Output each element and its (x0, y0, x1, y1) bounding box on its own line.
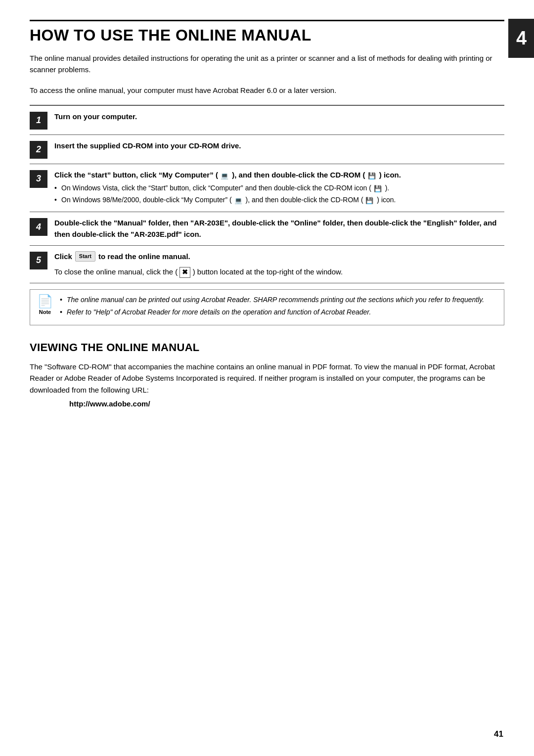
step-5-main-line: Click Start to read the online manual. (54, 251, 190, 262)
step-3-bullet-1: On Windows Vista, click the “Start” butt… (54, 183, 504, 193)
step-3-bullets: On Windows Vista, click the “Start” butt… (54, 183, 504, 205)
step-3-content: Click the “start” button, click “My Comp… (54, 169, 504, 207)
note-icon: 📄 (37, 295, 53, 308)
step-4: 4 Double-click the "Manual" folder, then… (30, 212, 504, 246)
step-5-content: Click Start to read the online manual. T… (54, 251, 504, 278)
step-5-click-label: Click (54, 251, 72, 262)
my-computer-98-icon: 💻 (234, 196, 243, 205)
step-1-main: Turn on your computer. (54, 112, 137, 121)
note-bullet-1: The online manual can be printed out usi… (60, 295, 484, 306)
section2-url: http://www.adobe.com/ (30, 400, 504, 408)
note-label: Note (39, 309, 51, 315)
my-computer-icon: 💻 (221, 171, 229, 180)
step-number-1: 1 (30, 112, 47, 130)
note-bullet-2: Refer to "Help" of Acrobat Reader for mo… (60, 307, 484, 318)
page-tab: 4 (508, 19, 534, 58)
close-x-icon: ✖ (179, 267, 190, 278)
step-number-4: 4 (30, 218, 47, 236)
steps-container: 1 Turn on your computer. 2 Insert the su… (30, 105, 504, 283)
step-3-main: Click the “start” button, click “My Comp… (54, 171, 401, 179)
step-1: 1 Turn on your computer. (30, 106, 504, 135)
step-3: 3 Click the “start” button, click “My Co… (30, 164, 504, 212)
page-title: HOW TO USE THE ONLINE MANUAL (30, 20, 504, 44)
section2-paragraph: The "Software CD-ROM" that accompanies t… (30, 361, 504, 396)
page-number: 41 (494, 729, 503, 739)
tab-number: 4 (516, 28, 526, 48)
step-3-bullet-2: On Windows 98/Me/2000, double-click “My … (54, 195, 504, 205)
step-number-5: 5 (30, 252, 47, 269)
start-button: Start (75, 251, 95, 262)
step-2-main: Insert the supplied CD-ROM into your CD-… (54, 141, 241, 150)
step-4-content: Double-click the "Manual" folder, then "… (54, 217, 504, 240)
step-5-suffix: to read the online manual. (98, 251, 190, 262)
step-number-3: 3 (30, 170, 47, 188)
intro-paragraph2: To access the online manual, your comput… (30, 85, 504, 96)
step-5: 5 Click Start to read the online manual.… (30, 246, 504, 283)
note-bullets: The online manual can be printed out usi… (60, 295, 484, 318)
intro-paragraph1: The online manual provides detailed inst… (30, 52, 504, 76)
step-number-2: 2 (30, 141, 47, 159)
step-1-content: Turn on your computer. (54, 111, 504, 122)
note-content: The online manual can be printed out usi… (60, 295, 484, 320)
step-5-close-instruction: To close the online manual, click the ( … (54, 266, 504, 278)
step-4-main: Double-click the "Manual" folder, then "… (54, 219, 497, 238)
note-icon-area: 📄 Note (37, 295, 53, 315)
step-2-content: Insert the supplied CD-ROM into your CD-… (54, 140, 504, 151)
cdrom-vista-icon: 💾 (374, 184, 383, 193)
step-2: 2 Insert the supplied CD-ROM into your C… (30, 135, 504, 164)
note-box: 📄 Note The online manual can be printed … (30, 289, 504, 325)
section2-title: VIEWING THE ONLINE MANUAL (30, 341, 504, 354)
cdrom-98-icon: 💾 (365, 196, 374, 205)
cdrom-icon: 💾 (368, 171, 377, 180)
